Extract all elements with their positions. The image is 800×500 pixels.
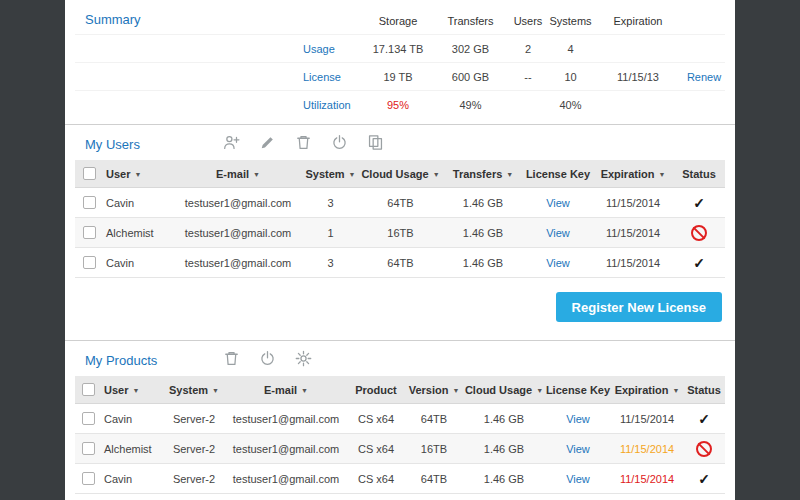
cloud-usage-cell: 64TB xyxy=(358,257,443,269)
power-icon[interactable] xyxy=(331,134,348,151)
row-checkbox[interactable] xyxy=(83,256,96,269)
power-icon[interactable] xyxy=(259,350,276,367)
col-email[interactable]: E-mail xyxy=(225,384,347,396)
product-cell: CS x64 xyxy=(347,413,405,425)
summary-utilization-row: Utilization 95% 49% 40% xyxy=(75,90,725,118)
license-users: -- xyxy=(508,71,548,83)
col-system[interactable]: System xyxy=(163,384,225,396)
select-all-checkbox[interactable] xyxy=(83,167,96,180)
col-cloud-usage[interactable]: Cloud Usage xyxy=(463,384,545,396)
utilization-transfers: 49% xyxy=(433,99,508,111)
register-new-license-button[interactable]: Register New License xyxy=(556,292,722,322)
cloud-usage-cell: 64TB xyxy=(358,197,443,209)
view-license-link[interactable]: View xyxy=(566,473,590,485)
summary-col-systems: Systems xyxy=(548,15,593,27)
col-user[interactable]: User xyxy=(101,384,163,396)
my-products-header: My Products xyxy=(65,341,735,376)
summary-section: Summary Storage Transfers Users Systems … xyxy=(65,0,735,125)
app-viewport: Summary Storage Transfers Users Systems … xyxy=(0,0,800,500)
usage-transfers: 302 GB xyxy=(433,43,508,55)
delete-icon[interactable] xyxy=(223,350,240,367)
main-panel: Summary Storage Transfers Users Systems … xyxy=(65,0,735,500)
email-cell: testuser1@gmail.com xyxy=(173,257,303,269)
usage-users: 2 xyxy=(508,43,548,55)
usage-systems: 4 xyxy=(548,43,593,55)
system-cell: Server-2 xyxy=(163,443,225,455)
view-license-link[interactable]: View xyxy=(546,227,570,239)
status-icon xyxy=(691,225,707,241)
col-expiration[interactable]: Expiration xyxy=(611,384,683,396)
usage-label: Usage xyxy=(303,43,363,55)
cloud-usage-cell: 1.46 GB xyxy=(463,413,545,425)
add-user-icon[interactable] xyxy=(223,134,240,151)
products-actions xyxy=(65,494,735,500)
utilization-storage: 95% xyxy=(363,99,433,111)
license-systems: 10 xyxy=(548,71,593,83)
table-row: Alchemist Server-2 testuser1@gmail.com C… xyxy=(75,434,725,464)
my-users-toolbar xyxy=(223,134,384,151)
user-cell: Alchemist xyxy=(103,227,173,239)
cloud-usage-cell: 1.46 GB xyxy=(463,443,545,455)
col-status: Status xyxy=(683,384,725,396)
summary-header-row: Storage Transfers Users Systems Expirati… xyxy=(75,8,725,34)
my-users-title: My Users xyxy=(85,137,140,152)
cloud-usage-cell: 16TB xyxy=(358,227,443,239)
users-table: User E-mail System Cloud Usage Transfers… xyxy=(75,160,725,278)
copy-icon[interactable] xyxy=(367,134,384,151)
col-cloud-usage[interactable]: Cloud Usage xyxy=(358,168,443,180)
settings-icon[interactable] xyxy=(295,350,312,367)
users-actions: Register New License xyxy=(65,278,735,340)
version-cell: 64TB xyxy=(405,473,463,485)
email-cell: testuser1@gmail.com xyxy=(225,443,347,455)
summary-col-storage: Storage xyxy=(363,15,433,27)
status-icon xyxy=(696,441,712,457)
my-products-toolbar xyxy=(223,350,312,367)
row-checkbox[interactable] xyxy=(82,442,95,455)
users-table-body: Cavin testuser1@gmail.com 3 64TB 1.46 GB… xyxy=(75,188,725,278)
utilization-label: Utilization xyxy=(303,99,363,111)
col-status: Status xyxy=(673,168,725,180)
users-table-header: User E-mail System Cloud Usage Transfers… xyxy=(75,160,725,188)
expiration-cell: 11/15/2014 xyxy=(593,227,673,239)
view-license-link[interactable]: View xyxy=(546,197,570,209)
renew-link[interactable]: Renew xyxy=(687,71,721,83)
col-product: Product xyxy=(347,384,405,396)
summary-title: Summary xyxy=(85,12,141,27)
view-license-link[interactable]: View xyxy=(566,443,590,455)
user-cell: Cavin xyxy=(103,197,173,209)
table-row: Cavin testuser1@gmail.com 3 64TB 1.46 GB… xyxy=(75,248,725,278)
col-system[interactable]: System xyxy=(303,168,358,180)
col-email[interactable]: E-mail xyxy=(173,168,303,180)
status-icon xyxy=(698,471,710,487)
col-expiration[interactable]: Expiration xyxy=(593,168,673,180)
col-user[interactable]: User xyxy=(103,168,173,180)
system-cell: Server-2 xyxy=(163,413,225,425)
row-checkbox[interactable] xyxy=(82,472,95,485)
license-label: License xyxy=(303,71,363,83)
products-table: User System E-mail Product Version Cloud… xyxy=(75,376,725,494)
transfers-cell: 1.46 GB xyxy=(443,257,523,269)
select-all-checkbox[interactable] xyxy=(82,383,95,396)
user-cell: Cavin xyxy=(101,473,163,485)
products-table-body: Cavin Server-2 testuser1@gmail.com CS x6… xyxy=(75,404,725,494)
product-cell: CS x64 xyxy=(347,473,405,485)
status-icon xyxy=(693,255,705,271)
table-row: Cavin testuser1@gmail.com 3 64TB 1.46 GB… xyxy=(75,188,725,218)
col-transfers[interactable]: Transfers xyxy=(443,168,523,180)
view-license-link[interactable]: View xyxy=(546,257,570,269)
row-checkbox[interactable] xyxy=(83,226,96,239)
email-cell: testuser1@gmail.com xyxy=(173,227,303,239)
row-checkbox[interactable] xyxy=(83,196,96,209)
transfers-cell: 1.46 GB xyxy=(443,227,523,239)
utilization-systems: 40% xyxy=(548,99,593,111)
system-cell: 1 xyxy=(303,227,358,239)
col-version[interactable]: Version xyxy=(405,384,463,396)
row-checkbox[interactable] xyxy=(82,412,95,425)
view-license-link[interactable]: View xyxy=(566,413,590,425)
table-row: Cavin Server-2 testuser1@gmail.com CS x6… xyxy=(75,464,725,494)
expiration-cell: 11/15/2014 xyxy=(611,443,683,455)
status-icon xyxy=(698,411,710,427)
delete-icon[interactable] xyxy=(295,134,312,151)
edit-icon[interactable] xyxy=(259,134,276,151)
my-products-section: My Products User Syste xyxy=(65,341,735,500)
